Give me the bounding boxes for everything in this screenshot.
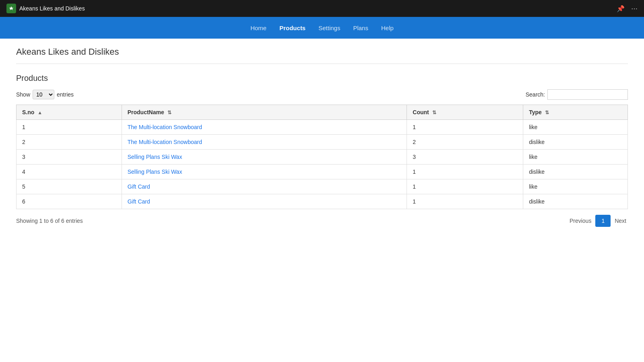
next-button[interactable]: Next [613, 215, 628, 226]
show-label: Show [16, 91, 30, 98]
top-bar-right: 📌 ⋯ [617, 5, 638, 12]
cell-count: 1 [407, 179, 523, 194]
table-row: 4 Selling Plans Ski Wax 1 dislike [17, 165, 628, 179]
product-link[interactable]: Gift Card [128, 183, 150, 190]
cell-count: 1 [407, 120, 523, 135]
products-table: S.no ▲ ProductName ⇅ Count ⇅ Type ⇅ [16, 105, 628, 209]
cell-product-name: Selling Plans Ski Wax [122, 150, 407, 165]
top-bar-title: Akeans Likes and Dislikes [19, 5, 85, 12]
app-icon [6, 4, 16, 13]
table-header-row: S.no ▲ ProductName ⇅ Count ⇅ Type ⇅ [17, 105, 628, 120]
cell-product-name: The Multi-location Snowboard [122, 120, 407, 135]
page-title: Akeans Likes and Dislikes [16, 47, 628, 64]
top-bar: Akeans Likes and Dislikes 📌 ⋯ [0, 0, 644, 17]
table-controls: Show 10 25 50 100 entries Search: [16, 89, 628, 100]
col-sno[interactable]: S.no ▲ [17, 105, 122, 120]
page-content: Akeans Likes and Dislikes Products Show … [0, 39, 644, 235]
nav-item-settings[interactable]: Settings [318, 25, 340, 31]
search-label: Search: [526, 91, 545, 98]
cell-count: 3 [407, 150, 523, 165]
search-input[interactable] [547, 89, 628, 100]
cell-sno: 5 [17, 179, 122, 194]
pagination-controls: Previous 1 Next [568, 215, 628, 227]
nav-bar: Home Products Settings Plans Help [0, 17, 644, 39]
cell-product-name: Gift Card [122, 194, 407, 209]
cell-type: dislike [523, 194, 628, 209]
cell-sno: 4 [17, 165, 122, 179]
col-count[interactable]: Count ⇅ [407, 105, 523, 120]
cell-type: dislike [523, 135, 628, 150]
table-row: 2 The Multi-location Snowboard 2 dislike [17, 135, 628, 150]
nav-item-help[interactable]: Help [381, 25, 394, 31]
table-row: 5 Gift Card 1 like [17, 179, 628, 194]
product-link[interactable]: The Multi-location Snowboard [128, 139, 202, 145]
product-link[interactable]: Selling Plans Ski Wax [128, 154, 182, 160]
nav-item-products[interactable]: Products [279, 25, 305, 31]
col-count-label: Count [413, 109, 429, 115]
cell-product-name: Selling Plans Ski Wax [122, 165, 407, 179]
show-entries: Show 10 25 50 100 entries [16, 90, 74, 99]
section-title: Products [16, 74, 628, 83]
cell-sno: 1 [17, 120, 122, 135]
cell-type: like [523, 150, 628, 165]
nav-item-home[interactable]: Home [250, 25, 266, 31]
more-icon[interactable]: ⋯ [631, 5, 638, 12]
col-type-label: Type [529, 109, 542, 115]
nav-item-plans[interactable]: Plans [353, 25, 368, 31]
product-link[interactable]: Selling Plans Ski Wax [128, 169, 182, 175]
col-sno-label: S.no [22, 109, 34, 115]
cell-sno: 6 [17, 194, 122, 209]
table-row: 3 Selling Plans Ski Wax 3 like [17, 150, 628, 165]
products-section: Products Show 10 25 50 100 entries Searc… [16, 74, 628, 227]
previous-button[interactable]: Previous [568, 215, 593, 226]
cell-type: like [523, 179, 628, 194]
product-link[interactable]: Gift Card [128, 198, 150, 205]
cell-sno: 2 [17, 135, 122, 150]
col-product-name-label: ProductName [128, 109, 164, 115]
cell-type: dislike [523, 165, 628, 179]
cell-count: 1 [407, 194, 523, 209]
cell-count: 2 [407, 135, 523, 150]
sort-icon-product: ⇅ [167, 110, 171, 115]
pin-icon[interactable]: 📌 [617, 5, 625, 12]
col-product-name[interactable]: ProductName ⇅ [122, 105, 407, 120]
table-row: 6 Gift Card 1 dislike [17, 194, 628, 209]
page-1-button[interactable]: 1 [595, 215, 611, 227]
col-type[interactable]: Type ⇅ [523, 105, 628, 120]
entries-select[interactable]: 10 25 50 100 [33, 90, 54, 99]
product-link[interactable]: The Multi-location Snowboard [128, 124, 202, 130]
cell-type: like [523, 120, 628, 135]
cell-product-name: Gift Card [122, 179, 407, 194]
pagination-row: Showing 1 to 6 of 6 entries Previous 1 N… [16, 215, 628, 227]
pagination-info: Showing 1 to 6 of 6 entries [16, 218, 83, 224]
cell-product-name: The Multi-location Snowboard [122, 135, 407, 150]
entries-label: entries [57, 91, 74, 98]
sort-icon-type: ⇅ [545, 110, 549, 115]
search-box: Search: [526, 89, 628, 100]
top-bar-left: Akeans Likes and Dislikes [6, 4, 85, 13]
sort-icon-count: ⇅ [432, 110, 436, 115]
cell-count: 1 [407, 165, 523, 179]
cell-sno: 3 [17, 150, 122, 165]
table-row: 1 The Multi-location Snowboard 1 like [17, 120, 628, 135]
sort-icon-sno: ▲ [37, 110, 42, 115]
